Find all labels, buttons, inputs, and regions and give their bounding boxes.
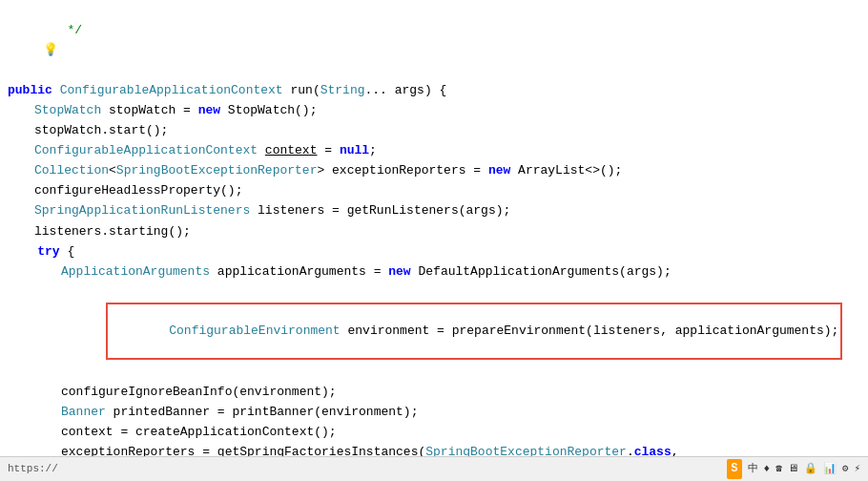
collection-type: Collection xyxy=(34,163,109,178)
return-type: ConfigurableApplicationContext xyxy=(60,83,283,97)
environment-highlight-box: ConfigurableEnvironment environment = pr… xyxy=(106,303,843,361)
status-bar: https:// S 中 ♦ ☎ 🖥 🔒 📊 ⚙ ⚡ xyxy=(0,456,868,481)
logo-s-icon: S xyxy=(727,459,741,479)
stopwatch-start-line: stopWatch.start(); xyxy=(0,120,868,140)
stopwatch-decl-line: StopWatch stopWatch = new StopWatch(); xyxy=(0,100,868,120)
environment-decl-line: ConfigurableEnvironment environment = pr… xyxy=(0,282,868,381)
status-dot: ♦ xyxy=(764,461,771,478)
status-chart: 📊 xyxy=(823,461,837,478)
status-phone: ☎ xyxy=(775,461,782,478)
env-type: ConfigurableEnvironment xyxy=(169,324,340,338)
status-chinese: 中 xyxy=(748,461,758,478)
status-monitor: 🖥 xyxy=(788,461,798,478)
status-right: S 中 ♦ ☎ 🖥 🔒 📊 ⚙ ⚡ xyxy=(727,459,860,479)
new-kw2: new xyxy=(488,163,510,178)
context-decl-line: ConfigurableApplicationContext context =… xyxy=(0,140,868,160)
comment-text: */ xyxy=(37,23,82,37)
listeners-starting-line: listeners.starting(); xyxy=(0,221,868,241)
context-var: context xyxy=(265,143,318,157)
listeners-type: SpringApplicationRunListeners xyxy=(34,203,250,218)
banner-line: Banner printedBanner = printBanner(envir… xyxy=(0,402,868,422)
listeners-decl-line: SpringApplicationRunListeners listeners … xyxy=(0,200,868,220)
new-kw1: new xyxy=(198,103,220,117)
comment-line: */ 💡 xyxy=(0,0,868,80)
new-kw3: new xyxy=(388,264,410,279)
configure-ignore-line: configureIgnoreBeanInfo(environment); xyxy=(0,382,868,402)
create-context-line: context = createApplicationContext(); xyxy=(0,422,868,442)
status-lightning: ⚡ xyxy=(854,461,860,478)
lightbulb-icon: 💡 xyxy=(43,43,58,57)
environment-line-wrapper: ConfigurableEnvironment environment = pr… xyxy=(0,282,868,381)
configure-headless-line: configureHeadlessProperty(); xyxy=(0,180,868,200)
context-type: ConfigurableApplicationContext xyxy=(34,143,258,157)
status-lock: 🔒 xyxy=(804,461,817,478)
url-display: https:// xyxy=(8,461,58,478)
try-line: try { xyxy=(0,241,868,261)
status-gear: ⚙ xyxy=(842,461,849,478)
param-type: String xyxy=(320,83,365,97)
try-keyword: try xyxy=(37,244,59,259)
stopwatch-type: StopWatch xyxy=(34,103,101,117)
banner-type: Banner xyxy=(61,405,106,419)
reporter-type: SpringBootExceptionReporter xyxy=(116,163,318,178)
null-kw: null xyxy=(340,143,369,157)
public-keyword: public xyxy=(8,83,52,97)
exception-reporters-line: Collection<SpringBootExceptionReporter> … xyxy=(0,160,868,180)
editor-container: */ 💡 public ConfigurableApplicationConte… xyxy=(0,0,868,481)
app-arguments-line: ApplicationArguments applicationArgument… xyxy=(0,261,868,282)
app-args-type: ApplicationArguments xyxy=(61,264,210,279)
method-signature-line: public ConfigurableApplicationContext ru… xyxy=(0,80,868,100)
